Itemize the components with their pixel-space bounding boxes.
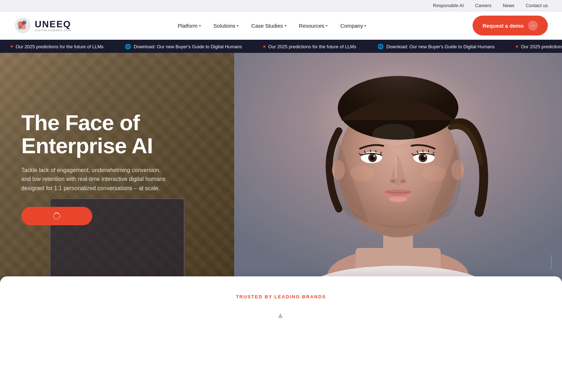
ticker-content: Our 2025 predictions for the future of L… <box>0 44 562 49</box>
utility-link-news[interactable]: News <box>503 3 514 8</box>
svg-point-16 <box>373 155 375 157</box>
nav-links: Platform ▾ Solutions ▾ Case Studies ▾ Re… <box>173 20 371 32</box>
request-demo-button[interactable]: Request a demo → <box>473 16 548 35</box>
hero-cta-button[interactable] <box>21 207 92 225</box>
svg-point-21 <box>390 180 396 183</box>
utility-link-responsible-ai[interactable]: Responsible AI <box>433 3 464 8</box>
brands-row: ▲ <box>14 310 548 321</box>
logo-text: UNEEQ DIGITALHUMANS.COM <box>35 20 71 32</box>
utility-bar: Responsible AI Careers News Contact us <box>0 0 562 11</box>
svg-point-20 <box>424 155 426 157</box>
hero-content: The Face of Enterprise AI Tackle lack of… <box>21 111 213 226</box>
hero-left-panel: The Face of Enterprise AI Tackle lack of… <box>0 53 234 283</box>
ticker-dot <box>263 45 265 48</box>
logo-sub: DIGITALHUMANS.COM <box>35 29 71 32</box>
globe-icon: 🌐 <box>125 44 131 49</box>
nav-item-resources[interactable]: Resources ▾ <box>294 20 333 32</box>
scroll-indicator <box>551 255 551 269</box>
main-nav: UNEEQ DIGITALHUMANS.COM Platform ▾ Solut… <box>0 11 562 40</box>
svg-point-12 <box>373 124 415 145</box>
scroll-line <box>551 255 551 269</box>
utility-link-contact-us[interactable]: Contact us <box>526 3 548 8</box>
ticker-dot <box>516 45 518 48</box>
arrow-icon: → <box>528 21 538 31</box>
hero-right-panel <box>234 53 562 283</box>
svg-point-22 <box>401 180 406 183</box>
chevron-down-icon: ▾ <box>199 24 201 28</box>
loading-spinner <box>53 212 60 220</box>
utility-link-careers[interactable]: Careers <box>475 3 491 8</box>
chevron-down-icon: ▾ <box>364 24 366 28</box>
chevron-down-icon: ▾ <box>237 24 238 28</box>
trusted-section: TRUSTED BY LEADING BRANDS ▲ <box>0 276 562 331</box>
logo[interactable]: UNEEQ DIGITALHUMANS.COM <box>14 17 71 34</box>
svg-point-24 <box>422 166 447 181</box>
chevron-down-icon: ▾ <box>285 24 286 28</box>
nav-item-company[interactable]: Company ▾ <box>335 20 371 32</box>
ticker-item[interactable]: Our 2025 predictions for the future of L… <box>253 44 367 49</box>
hero-section: The Face of Enterprise AI Tackle lack of… <box>0 53 562 283</box>
hero-subtitle: Tackle lack of engagement, underwhelming… <box>21 166 170 193</box>
globe-icon: 🌐 <box>378 44 384 49</box>
ticker-item[interactable]: 🌐 Download: Our new Buyer's Guide to Dig… <box>367 44 505 49</box>
nav-item-case-studies[interactable]: Case Studies ▾ <box>246 20 291 32</box>
nav-item-platform[interactable]: Platform ▾ <box>173 20 206 32</box>
ticker-item[interactable]: Our 2025 predictions for the future of L… <box>0 44 114 49</box>
svg-point-25 <box>389 197 407 202</box>
brand-logo: ▲ <box>277 310 286 321</box>
digital-human-illustration <box>234 53 562 283</box>
logo-icon <box>14 17 31 34</box>
logo-name: UNEEQ <box>35 20 71 29</box>
svg-point-4 <box>18 26 22 29</box>
ticker-item[interactable]: Our 2025 predictions for the future of L… <box>505 44 562 49</box>
chevron-down-icon: ▾ <box>326 24 327 28</box>
ticker-bar: Our 2025 predictions for the future of L… <box>0 40 562 53</box>
hero-title: The Face of Enterprise AI <box>21 111 213 157</box>
svg-point-3 <box>21 24 26 29</box>
ticker-item[interactable]: 🌐 Download: Our new Buyer's Guide to Dig… <box>114 44 253 49</box>
svg-point-23 <box>349 166 374 181</box>
nav-item-solutions[interactable]: Solutions ▾ <box>209 20 244 32</box>
ticker-dot <box>11 45 13 48</box>
trusted-label: TRUSTED BY LEADING BRANDS <box>14 294 548 299</box>
svg-point-2 <box>22 21 26 25</box>
